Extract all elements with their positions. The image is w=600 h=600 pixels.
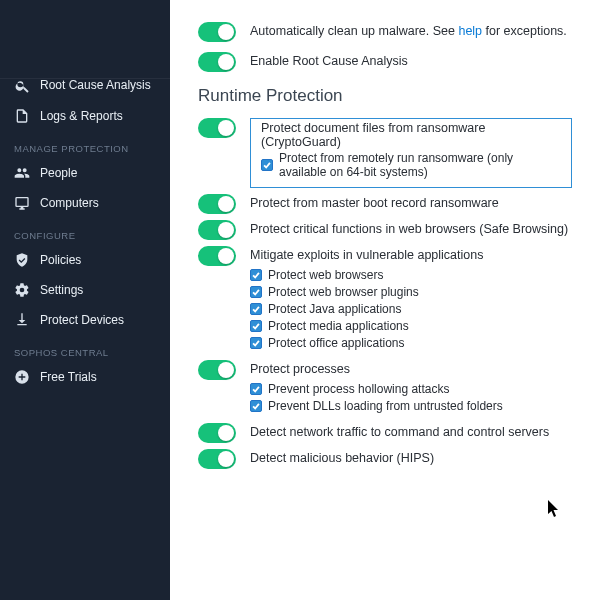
toggle-auto-cleanup[interactable]: [198, 22, 236, 42]
sidebar-item-people[interactable]: People: [0, 158, 170, 188]
toggle-cryptoguard[interactable]: [198, 118, 236, 138]
checkbox-row-remote-ransomware: Protect from remotely run ransomware (on…: [261, 151, 561, 179]
sidebar-item-free-trials[interactable]: Free Trials: [0, 362, 170, 392]
checkbox-protect-java[interactable]: [250, 303, 262, 315]
toggle-processes[interactable]: [198, 360, 236, 380]
checkbox-row: Prevent DLLs loading from untrusted fold…: [250, 399, 572, 413]
checkbox-label: Prevent DLLs loading from untrusted fold…: [268, 399, 503, 413]
toggle-label: Protect critical functions in web browse…: [250, 220, 568, 236]
section-heading-runtime: Runtime Protection: [198, 86, 572, 106]
checkbox-protect-media[interactable]: [250, 320, 262, 332]
toggle-label: Mitigate exploits in vulnerable applicat…: [250, 246, 483, 262]
toggle-c2-traffic[interactable]: [198, 423, 236, 443]
toggle-row-cleanup: Automatically clean up malware. See help…: [198, 22, 572, 42]
main-content: Automatically clean up malware. See help…: [170, 0, 600, 600]
checkbox-protect-browsers[interactable]: [250, 269, 262, 281]
processes-sublist: Prevent process hollowing attacks Preven…: [198, 382, 572, 413]
sidebar-item-label: Policies: [40, 253, 81, 267]
checkbox-label: Protect from remotely run ransomware (on…: [279, 151, 561, 179]
checkbox-protect-plugins[interactable]: [250, 286, 262, 298]
checkbox-protect-office[interactable]: [250, 337, 262, 349]
checkbox-label: Protect office applications: [268, 336, 405, 350]
sidebar-item-settings[interactable]: Settings: [0, 275, 170, 305]
toggle-row-processes: Protect processes: [198, 360, 572, 380]
sidebar-item-root-cause[interactable]: Root Cause Analysis: [0, 78, 170, 101]
toggle-mitigate-exploits[interactable]: [198, 246, 236, 266]
toggle-rca[interactable]: [198, 52, 236, 72]
toggle-label: Detect malicious behavior (HIPS): [250, 449, 434, 465]
sidebar-item-label: Computers: [40, 196, 99, 210]
checkbox-label: Prevent process hollowing attacks: [268, 382, 449, 396]
toggle-row-safe-browsing: Protect critical functions in web browse…: [198, 220, 572, 240]
toggle-label: Protect from master boot record ransomwa…: [250, 194, 499, 210]
toggle-row-hips: Detect malicious behavior (HIPS): [198, 449, 572, 469]
sidebar-item-label: Free Trials: [40, 370, 97, 384]
magnifier-icon: [14, 78, 30, 94]
gear-icon: [14, 282, 30, 298]
toggle-label: Detect network traffic to command and co…: [250, 423, 549, 439]
toggle-mbr[interactable]: [198, 194, 236, 214]
toggle-row-c2-traffic: Detect network traffic to command and co…: [198, 423, 572, 443]
toggle-row-mbr: Protect from master boot record ransomwa…: [198, 194, 572, 214]
document-icon: [14, 108, 30, 124]
shield-check-icon: [14, 252, 30, 268]
plus-circle-icon: [14, 369, 30, 385]
help-link[interactable]: help: [458, 24, 482, 38]
toggle-row-cryptoguard: Protect document files from ransomware (…: [198, 118, 572, 188]
toggle-label: Automatically clean up malware. See help…: [250, 22, 567, 38]
checkbox-label: Protect media applications: [268, 319, 409, 333]
sidebar-item-protect-devices[interactable]: Protect Devices: [0, 305, 170, 335]
toggle-label: Protect processes: [250, 360, 350, 376]
checkbox-dll-untrusted[interactable]: [250, 400, 262, 412]
sidebar-heading-manage: Manage Protection: [0, 131, 170, 158]
checkbox-row: Protect Java applications: [250, 302, 572, 316]
toggle-label: Protect document files from ransomware (…: [261, 121, 561, 149]
sidebar-item-label: Settings: [40, 283, 83, 297]
sidebar-heading-configure: Configure: [0, 218, 170, 245]
checkbox-label: Protect web browsers: [268, 268, 383, 282]
toggle-row-rca: Enable Root Cause Analysis: [198, 52, 572, 72]
checkbox-row: Protect media applications: [250, 319, 572, 333]
toggle-safe-browsing[interactable]: [198, 220, 236, 240]
sidebar: Root Cause Analysis Logs & Reports Manag…: [0, 0, 170, 600]
sidebar-item-label: People: [40, 166, 77, 180]
checkbox-row: Protect web browsers: [250, 268, 572, 282]
sidebar-item-label: Logs & Reports: [40, 109, 123, 123]
checkbox-label: Protect web browser plugins: [268, 285, 419, 299]
monitor-icon: [14, 195, 30, 211]
checkbox-row: Protect web browser plugins: [250, 285, 572, 299]
mitigate-sublist: Protect web browsers Protect web browser…: [198, 268, 572, 350]
sidebar-item-label: Protect Devices: [40, 313, 124, 327]
cursor-icon: [548, 500, 560, 518]
people-icon: [14, 165, 30, 181]
checkbox-remote-ransomware[interactable]: [261, 159, 273, 171]
sidebar-item-logs-reports[interactable]: Logs & Reports: [0, 101, 170, 131]
sidebar-item-computers[interactable]: Computers: [0, 188, 170, 218]
checkbox-row: Prevent process hollowing attacks: [250, 382, 572, 396]
checkbox-hollowing[interactable]: [250, 383, 262, 395]
checkbox-label: Protect Java applications: [268, 302, 401, 316]
toggle-hips[interactable]: [198, 449, 236, 469]
sidebar-heading-central: Sophos Central: [0, 335, 170, 362]
download-icon: [14, 312, 30, 328]
checkbox-row: Protect office applications: [250, 336, 572, 350]
sidebar-item-label: Root Cause Analysis: [40, 78, 151, 92]
toggle-row-mitigate-exploits: Mitigate exploits in vulnerable applicat…: [198, 246, 572, 266]
sidebar-item-policies[interactable]: Policies: [0, 245, 170, 275]
toggle-label: Enable Root Cause Analysis: [250, 52, 408, 68]
cryptoguard-highlight-box: Protect document files from ransomware (…: [250, 118, 572, 188]
